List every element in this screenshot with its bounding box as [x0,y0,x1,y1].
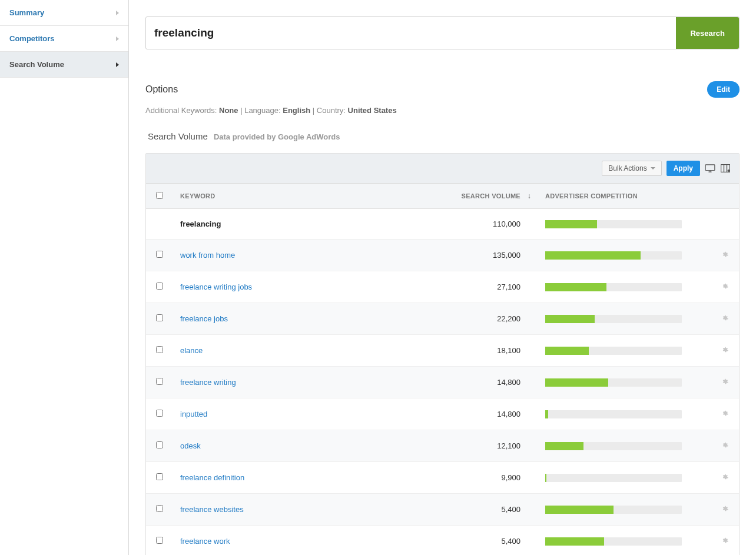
sidebar: Summary Competitors Search Volume [0,0,129,555]
table-row: freelance jobs22,200 [146,303,739,335]
volume-value: 22,200 [379,303,538,335]
competition-bar [538,398,711,430]
header-checkbox [146,184,173,209]
select-all-checkbox[interactable] [156,192,163,199]
data-provider-label: Data provided by Google AdWords [214,132,340,141]
keyword-link[interactable]: odesk [180,441,201,450]
chevron-right-icon [116,62,119,67]
keyword-link[interactable]: freelance writing jobs [180,283,252,291]
header-volume[interactable]: SEARCH VOLUME ↓ [379,184,538,209]
header-actions [711,184,739,209]
competition-bar [538,271,711,303]
row-gear-icon[interactable] [721,537,729,546]
table-row: freelance definition9,900 [146,462,739,494]
chevron-right-icon [116,36,119,41]
keyword-link[interactable]: freelance definition [180,473,244,482]
svg-rect-0 [705,165,715,171]
row-checkbox[interactable] [156,410,163,417]
row-gear-icon[interactable] [721,283,729,292]
volume-value: 5,400 [379,526,538,556]
row-checkbox[interactable] [156,441,163,448]
sidebar-item-summary[interactable]: Summary [0,0,128,26]
svg-point-6 [728,170,730,172]
results-table: KEYWORD SEARCH VOLUME ↓ ADVERTISER COMPE… [146,184,739,555]
options-title: Options [145,84,178,95]
row-gear-icon[interactable] [721,442,729,451]
row-gear-icon[interactable] [721,410,729,419]
columns-settings-icon[interactable] [720,164,731,173]
table-row: freelance writing14,800 [146,367,739,398]
table-row: freelancing110,000 [146,209,739,240]
row-gear-icon[interactable] [721,506,729,514]
bulk-actions-select[interactable]: Bulk Actions [602,161,661,176]
keyword-link[interactable]: work from home [180,251,235,260]
keyword-link[interactable]: freelance jobs [180,314,228,323]
row-checkbox[interactable] [156,378,163,385]
results-panel: Bulk Actions Apply KEYWORD [145,153,740,555]
row-gear-icon[interactable] [721,347,729,355]
table-row: freelance websites5,400 [146,494,739,526]
row-checkbox[interactable] [156,251,163,258]
competition-bar [538,209,711,240]
competition-bar [538,494,711,526]
research-button[interactable]: Research [676,17,739,49]
row-checkbox[interactable] [156,346,163,353]
volume-value: 135,000 [379,240,538,271]
table-row: inputted14,800 [146,398,739,430]
volume-value: 12,100 [379,430,538,462]
search-input[interactable]: freelancing [146,17,676,49]
row-checkbox[interactable] [156,473,163,480]
volume-value: 27,100 [379,271,538,303]
keyword-link[interactable]: freelance websites [180,505,244,514]
chevron-down-icon [651,167,655,170]
competition-bar [538,335,711,367]
row-checkbox[interactable] [156,537,163,544]
keyword-link[interactable]: freelance work [180,537,230,546]
main-content: freelancing Research Options Edit Additi… [129,0,756,555]
header-keyword[interactable]: KEYWORD [173,184,379,209]
options-heading: Options Edit [145,81,740,98]
search-bar: freelancing Research [145,16,740,49]
keyword-link[interactable]: inputted [180,410,207,418]
keyword-text: freelancing [180,220,221,228]
volume-value: 9,900 [379,462,538,494]
volume-value: 5,400 [379,494,538,526]
competition-bar [538,303,711,335]
edit-button[interactable]: Edit [707,81,740,98]
chevron-right-icon [116,11,119,15]
table-row: elance18,100 [146,335,739,367]
competition-bar [538,367,711,398]
row-gear-icon[interactable] [721,315,729,324]
display-mode-icon[interactable] [705,164,715,173]
competition-bar [538,240,711,271]
volume-value: 14,800 [379,367,538,398]
competition-bar [538,462,711,494]
volume-value: 110,000 [379,209,538,240]
row-gear-icon[interactable] [721,378,729,387]
header-competition[interactable]: ADVERTISER COMPETITION [538,184,711,209]
row-checkbox[interactable] [156,283,163,290]
row-gear-icon[interactable] [721,251,729,260]
apply-button[interactable]: Apply [667,161,700,176]
volume-value: 14,800 [379,398,538,430]
sidebar-item-label: Competitors [9,34,55,43]
volume-value: 18,100 [379,335,538,367]
competition-bar [538,430,711,462]
sidebar-item-label: Summary [9,8,44,17]
row-checkbox[interactable] [156,505,163,512]
row-gear-icon[interactable] [721,474,729,483]
competition-bar [538,526,711,556]
row-checkbox[interactable] [156,314,163,321]
keyword-link[interactable]: freelance writing [180,378,236,387]
sidebar-item-competitors[interactable]: Competitors [0,26,128,52]
table-row: freelance writing jobs27,100 [146,271,739,303]
table-row: work from home135,000 [146,240,739,271]
table-row: odesk12,100 [146,430,739,462]
sort-descending-icon: ↓ [528,192,531,200]
options-summary: Additional Keywords: None | Language: En… [145,106,740,115]
sidebar-item-search-volume[interactable]: Search Volume [0,52,128,78]
table-row: freelance work5,400 [146,526,739,556]
section-title: Search Volume Data provided by Google Ad… [148,131,737,141]
keyword-link[interactable]: elance [180,346,203,355]
sidebar-item-label: Search Volume [9,60,64,69]
